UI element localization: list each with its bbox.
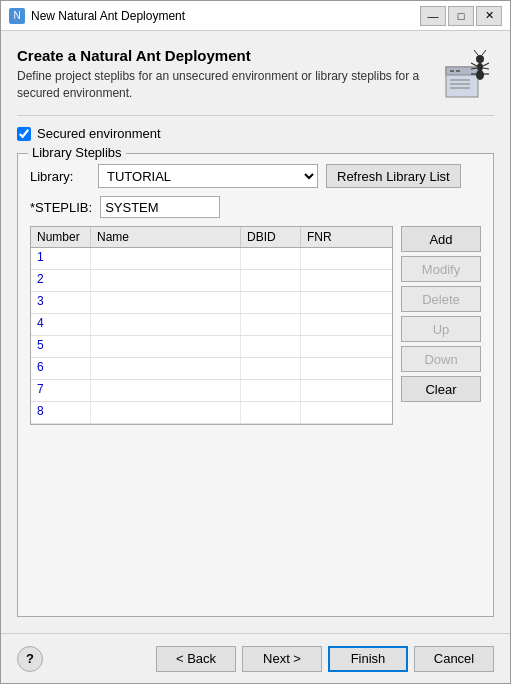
svg-rect-4	[450, 79, 470, 81]
table-cell-name	[91, 380, 241, 401]
page-header-text: Create a Natural Ant Deployment Define p…	[17, 47, 426, 102]
table-cell-name	[91, 358, 241, 379]
table-cell-name	[91, 292, 241, 313]
table-row[interactable]: 7	[31, 380, 392, 402]
page-description: Define project steplibs for an unsecured…	[17, 68, 426, 102]
back-button[interactable]: < Back	[156, 646, 236, 672]
table-cell-dbid	[241, 270, 301, 291]
col-name: Name	[91, 227, 241, 247]
svg-rect-3	[456, 70, 460, 72]
svg-point-9	[476, 70, 484, 80]
svg-point-7	[476, 55, 484, 63]
table-row[interactable]: 5	[31, 336, 392, 358]
table-cell-name	[91, 248, 241, 269]
table-cell-fnr	[301, 270, 361, 291]
table-cell-number: 2	[31, 270, 91, 291]
action-buttons: Add Modify Delete Up Down Clear	[401, 226, 481, 425]
table-cell-dbid	[241, 292, 301, 313]
delete-button[interactable]: Delete	[401, 286, 481, 312]
secured-label[interactable]: Secured environment	[37, 126, 161, 141]
help-button[interactable]: ?	[17, 646, 43, 672]
footer-buttons: < Back Next > Finish Cancel	[156, 646, 494, 672]
window-title: New Natural Ant Deployment	[31, 9, 420, 23]
table-cell-fnr	[301, 336, 361, 357]
table-cell-name	[91, 402, 241, 423]
page-header: Create a Natural Ant Deployment Define p…	[17, 47, 494, 103]
minimize-button[interactable]: —	[420, 6, 446, 26]
steplib-row: *STEPLIB:	[30, 196, 481, 218]
header-divider	[17, 115, 494, 116]
svg-rect-5	[450, 83, 470, 85]
table-container: Number Name DBID FNR 12345678	[30, 226, 393, 425]
table-cell-dbid	[241, 380, 301, 401]
ant-icon	[438, 47, 494, 103]
clear-button[interactable]: Clear	[401, 376, 481, 402]
library-steplibs-group: Library Steplibs Library: TUTORIAL Refre…	[17, 153, 494, 617]
table-cell-number: 1	[31, 248, 91, 269]
group-legend: Library Steplibs	[28, 145, 126, 160]
cancel-button[interactable]: Cancel	[414, 646, 494, 672]
svg-line-16	[474, 50, 478, 55]
content-area: Create a Natural Ant Deployment Define p…	[1, 31, 510, 633]
finish-button[interactable]: Finish	[328, 646, 408, 672]
add-button[interactable]: Add	[401, 226, 481, 252]
table-cell-fnr	[301, 314, 361, 335]
table-cell-name	[91, 336, 241, 357]
table-cell-number: 6	[31, 358, 91, 379]
library-select[interactable]: TUTORIAL	[98, 164, 318, 188]
svg-line-12	[483, 63, 489, 66]
table-header: Number Name DBID FNR	[31, 227, 392, 248]
svg-rect-2	[450, 70, 454, 72]
table-cell-number: 8	[31, 402, 91, 423]
col-number: Number	[31, 227, 91, 247]
steplib-label: *STEPLIB:	[30, 200, 92, 215]
up-button[interactable]: Up	[401, 316, 481, 342]
svg-rect-6	[450, 87, 470, 89]
table-cell-number: 5	[31, 336, 91, 357]
table-cell-dbid	[241, 358, 301, 379]
table-cell-fnr	[301, 248, 361, 269]
table-cell-fnr	[301, 292, 361, 313]
window-icon: N	[9, 8, 25, 24]
footer: ? < Back Next > Finish Cancel	[1, 633, 510, 683]
next-button[interactable]: Next >	[242, 646, 322, 672]
library-row: Library: TUTORIAL Refresh Library List	[30, 164, 481, 188]
steplib-input[interactable]	[100, 196, 220, 218]
svg-point-8	[477, 63, 483, 71]
refresh-library-button[interactable]: Refresh Library List	[326, 164, 461, 188]
table-cell-dbid	[241, 314, 301, 335]
table-row[interactable]: 4	[31, 314, 392, 336]
svg-line-13	[483, 68, 489, 69]
table-and-buttons: Number Name DBID FNR 12345678 Add Modify…	[30, 226, 481, 425]
table-cell-dbid	[241, 336, 301, 357]
svg-line-10	[471, 63, 477, 66]
window: N New Natural Ant Deployment — □ ✕ Creat…	[0, 0, 511, 684]
svg-line-17	[482, 50, 486, 55]
table-cell-name	[91, 314, 241, 335]
table-cell-number: 3	[31, 292, 91, 313]
secured-checkbox[interactable]	[17, 127, 31, 141]
table-row[interactable]: 6	[31, 358, 392, 380]
table-cell-number: 4	[31, 314, 91, 335]
table-cell-dbid	[241, 248, 301, 269]
table-cell-number: 7	[31, 380, 91, 401]
table-cell-name	[91, 270, 241, 291]
col-fnr: FNR	[301, 227, 361, 247]
down-button[interactable]: Down	[401, 346, 481, 372]
page-title: Create a Natural Ant Deployment	[17, 47, 426, 64]
table-cell-fnr	[301, 380, 361, 401]
maximize-button[interactable]: □	[448, 6, 474, 26]
table-row[interactable]: 1	[31, 248, 392, 270]
table-body: 12345678	[31, 248, 392, 424]
table-cell-fnr	[301, 358, 361, 379]
library-label: Library:	[30, 169, 90, 184]
table-row[interactable]: 2	[31, 270, 392, 292]
modify-button[interactable]: Modify	[401, 256, 481, 282]
table-cell-dbid	[241, 402, 301, 423]
secured-checkbox-row: Secured environment	[17, 126, 494, 141]
close-button[interactable]: ✕	[476, 6, 502, 26]
table-cell-fnr	[301, 402, 361, 423]
table-row[interactable]: 8	[31, 402, 392, 424]
title-bar: N New Natural Ant Deployment — □ ✕	[1, 1, 510, 31]
table-row[interactable]: 3	[31, 292, 392, 314]
